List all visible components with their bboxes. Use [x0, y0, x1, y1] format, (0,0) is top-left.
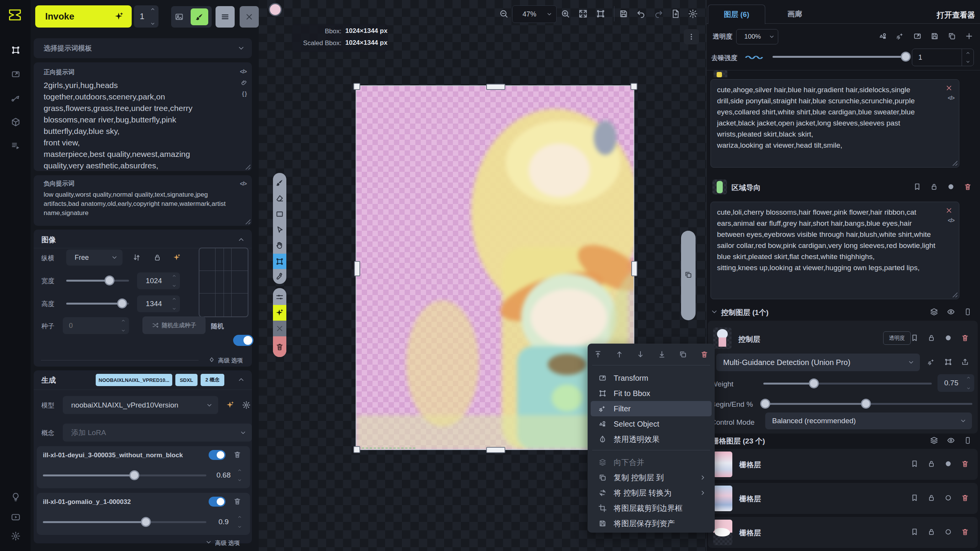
bbox-handle[interactable]	[354, 261, 360, 276]
select-object-icon[interactable]	[879, 32, 887, 41]
begin-end-slider[interactable]	[763, 403, 972, 405]
tab-layers[interactable]: 图层 (6)	[708, 5, 765, 24]
rail-video-icon[interactable]	[11, 512, 21, 522]
move-to-top-icon[interactable]	[594, 350, 602, 359]
lora-delete-icon[interactable]	[233, 497, 242, 505]
control-layers-title[interactable]: 控制图层 (1个)	[721, 308, 769, 318]
image-mode-icon[interactable]	[175, 12, 184, 21]
delete-layer-icon[interactable]	[961, 528, 969, 536]
duplicate-layer-icon[interactable]	[947, 32, 956, 41]
eye-icon[interactable]	[947, 436, 955, 445]
staging-toolbar[interactable]	[681, 231, 696, 320]
bbox-tool-icon[interactable]	[273, 254, 286, 269]
link-icon[interactable]	[240, 79, 247, 86]
shuffle-seed-button[interactable]: 随机生成种子	[142, 316, 206, 334]
lora-enabled-toggle[interactable]	[209, 450, 225, 460]
bookmark-icon[interactable]	[910, 494, 919, 502]
code-icon[interactable]: </>	[240, 68, 247, 75]
lora-weight-input[interactable]: 0.68	[210, 467, 245, 484]
lock-icon[interactable]	[927, 334, 936, 342]
height-input[interactable]: 1344	[137, 295, 180, 312]
layers-icon[interactable]	[930, 308, 938, 316]
zoom-out-icon[interactable]	[499, 9, 509, 19]
advanced-options-label[interactable]: 高级 选项	[218, 357, 243, 364]
lock-icon[interactable]	[927, 460, 936, 468]
region-layer-thumbnail[interactable]	[712, 179, 727, 194]
lock-icon[interactable]	[927, 494, 936, 502]
negative-prompt-text[interactable]: low quality,worst quality,normal quality…	[34, 188, 252, 218]
menu-item-disable-transparency[interactable]: 禁用透明效果	[591, 432, 712, 447]
bbox-handle[interactable]	[630, 83, 637, 90]
swap-dimensions-icon[interactable]	[132, 253, 141, 262]
add-lora-select[interactable]: 添加 LoRA	[63, 424, 252, 442]
width-input[interactable]: 1024	[137, 272, 180, 289]
advanced-options-label[interactable]: 高级 选项	[215, 540, 240, 547]
remove-prompt-icon[interactable]	[945, 84, 953, 92]
region-prompt-text[interactable]: cute,loli,cherry blossoms,hair flower,pi…	[711, 202, 959, 273]
width-slider[interactable]	[66, 280, 129, 282]
raster-layer-row[interactable]: 栅格层	[708, 517, 978, 548]
transform-icon[interactable]	[913, 32, 922, 41]
rail-queue-tab-icon[interactable]	[11, 141, 21, 151]
seed-input[interactable]	[63, 317, 129, 334]
device-icon[interactable]	[964, 436, 972, 445]
positive-prompt-text[interactable]: 2girls,yuri,hug,heads together,outdoors,…	[34, 77, 252, 171]
move-tool-icon[interactable]	[275, 225, 284, 234]
menu-item-copy-layer-to[interactable]: 复制 控制层 到	[591, 470, 712, 485]
bookmark-icon[interactable]	[910, 460, 919, 468]
lora-weight-input[interactable]: 0.9	[210, 514, 245, 530]
menu-item-transform[interactable]: Transform	[591, 370, 712, 386]
filter-icon[interactable]	[896, 32, 905, 41]
menu-item-merge-down[interactable]: 向下合并	[591, 455, 712, 470]
open-viewer-button[interactable]: 打开查看器	[937, 10, 975, 20]
positive-prompt-box[interactable]: 正向提示词 2girls,yuri,hug,heads together,out…	[34, 62, 252, 171]
move-up-icon[interactable]	[615, 350, 624, 359]
denoise-slider[interactable]	[773, 56, 906, 58]
invoke-button[interactable]: Invoke	[35, 5, 132, 28]
layers-icon[interactable]	[930, 436, 938, 445]
delete-icon[interactable]	[700, 350, 709, 359]
invoke-generate-icon[interactable]	[273, 305, 286, 321]
control-model-select[interactable]: Multi-Guidance Detection (Union Pro)	[716, 354, 920, 371]
tab-gallery[interactable]: 画廊	[772, 5, 818, 24]
save-canvas-icon[interactable]	[619, 9, 629, 19]
resize-handle[interactable]	[951, 291, 957, 297]
aspect-select[interactable]: Free	[66, 249, 122, 266]
new-canvas-icon[interactable]	[671, 9, 681, 19]
fit-view-icon[interactable]	[578, 9, 588, 19]
collapse-chevron-icon[interactable]	[237, 236, 245, 243]
panel-menu-button[interactable]	[216, 6, 235, 28]
bbox-handle[interactable]	[486, 447, 505, 453]
model-select[interactable]: noobaiXLNAIXL_vPred10Version	[63, 396, 218, 414]
lock-aspect-icon[interactable]	[153, 253, 162, 262]
bookmark-icon[interactable]	[913, 183, 921, 191]
lora-weight-slider[interactable]	[43, 474, 206, 476]
bbox-handle[interactable]	[353, 83, 360, 90]
rail-settings-icon[interactable]	[11, 531, 21, 541]
code-icon[interactable]: </>	[948, 95, 954, 101]
resize-handle[interactable]	[951, 160, 957, 166]
filter-settings-icon[interactable]	[275, 293, 284, 302]
canvas-more-button[interactable]	[684, 29, 699, 44]
opacity-select[interactable]: 100%	[736, 29, 778, 44]
device-icon[interactable]	[964, 308, 972, 316]
zoom-level-select[interactable]: 47%	[512, 5, 557, 23]
fit-bbox-icon[interactable]	[596, 9, 606, 19]
panel-close-button[interactable]	[240, 6, 259, 28]
fit-bbox-icon[interactable]	[944, 358, 952, 366]
model-settings-gear-icon[interactable]	[242, 401, 251, 409]
menu-item-fit-to-bbox[interactable]: Fit to Bbox	[591, 386, 712, 401]
visibility-circle-icon[interactable]	[944, 460, 952, 468]
delete-layer-icon[interactable]	[964, 183, 972, 191]
menu-item-crop-to-bbox[interactable]: 将图层裁剪到边界框	[591, 500, 712, 516]
resize-handle[interactable]	[244, 218, 250, 224]
control-layer-card[interactable]: 控制层 透明度 Multi-Guidance Detection (Union …	[708, 321, 978, 434]
lora-enabled-toggle[interactable]	[209, 497, 225, 507]
rail-help-icon[interactable]	[11, 492, 21, 502]
rail-upscale-tab-icon[interactable]	[11, 93, 21, 103]
raster-layers-title[interactable]: 栅格图层 (23 个)	[712, 436, 765, 446]
code-icon[interactable]: </>	[948, 217, 954, 223]
height-slider[interactable]	[66, 303, 129, 305]
lora-delete-icon[interactable]	[233, 450, 242, 459]
raster-layer-row[interactable]: 栅格层	[708, 483, 978, 514]
